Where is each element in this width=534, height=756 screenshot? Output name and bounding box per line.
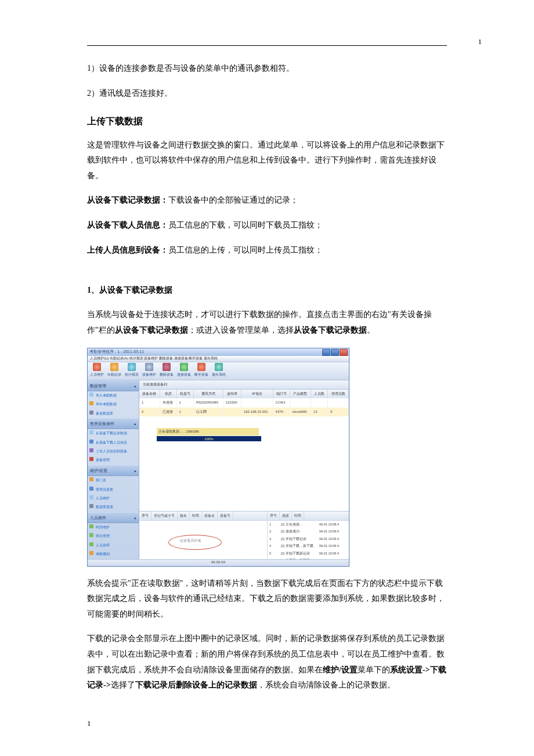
chevron-icon: ▴ xyxy=(134,467,136,474)
records-col: 登记号或卡号 xyxy=(151,512,178,520)
table-cell: 1 xyxy=(176,398,193,407)
paragraph-5: 系统会提示"正在读取数据"，这时请稍等片刻，当数据下载完成后在页面右下方的状态栏… xyxy=(87,576,447,622)
sidebar-group-header[interactable]: 有关设备操作▴ xyxy=(88,418,139,429)
toolbar-button[interactable]: 退出系统 xyxy=(212,363,226,378)
bullet-1-text: 下载设备中的全部验证通过的记录； xyxy=(168,196,298,204)
log-col: 时间 xyxy=(292,512,304,520)
toolbar-label: 断开设备 xyxy=(194,372,208,378)
toolbar-icon xyxy=(145,363,153,371)
window-titlebar: 考勤管理程序 - 1 - 2011-05-11 xyxy=(88,348,349,356)
window-close-button[interactable] xyxy=(340,349,348,356)
bullet-1-label: 从设备下载记录数据： xyxy=(87,196,168,204)
toolbar-button[interactable]: 出勤记录 xyxy=(107,363,121,378)
paragraph-1: 1）设备的连接参数是否与设备的菜单中的通讯参数相符。 xyxy=(87,61,447,77)
sidebar-item-icon xyxy=(89,411,93,415)
sidebar-item-icon xyxy=(89,533,93,537)
records-panel: 序号登记号或卡号姓名时间设备名设备号 记录显示区域 xyxy=(139,512,268,559)
sidebar-item[interactable]: 管理员设置 xyxy=(88,485,139,494)
p4-bold-2: 从设备下载记录数据 xyxy=(294,326,367,334)
sidebar-item[interactable]: 导出考勤数据 xyxy=(88,400,139,409)
table-header: 端口号 xyxy=(273,390,290,398)
sidebar-group-title: 数据管理 xyxy=(90,382,106,390)
sidebar-item-icon xyxy=(89,504,93,508)
table-header: 人员数 xyxy=(311,390,328,398)
sidebar-item[interactable]: 从设备下载记录数据 xyxy=(88,429,139,438)
sidebar-item[interactable]: 备份数据库 xyxy=(88,409,139,418)
toolbar-label: 删除设备 xyxy=(160,372,174,378)
toolbar-button[interactable]: 删除设备 xyxy=(160,363,174,378)
toolbar-label: 设备维护 xyxy=(142,372,156,378)
toolbar-button[interactable]: 断开设备 xyxy=(194,363,208,378)
page-number-bottom: 1 xyxy=(87,717,447,731)
paragraph-4: 当系统与设备处于连接状态时，才可以进行下载数据的操作。直接点击主界面的右边"有关… xyxy=(87,307,447,338)
window-title: 考勤管理程序 - 1 - 2011-05-11 xyxy=(89,348,144,355)
table-cell: 115200 xyxy=(223,398,241,407)
sidebar-item-icon xyxy=(89,448,93,452)
table-row[interactable]: 1未连接1RS232/RS485115200COM1 xyxy=(139,398,349,407)
sidebar-item[interactable]: 部门表 xyxy=(88,476,139,485)
table-header: 波特率 xyxy=(223,390,241,398)
sidebar-item-icon xyxy=(89,487,93,491)
sidebar-item-icon xyxy=(89,551,93,555)
toolbar-label: 退出系统 xyxy=(212,372,226,378)
toolbar-icon xyxy=(163,363,171,371)
bullet-3-text: 员工信息的上传，可以同时上传员工指纹； xyxy=(168,246,323,254)
table-header: 状态 xyxy=(160,390,176,398)
toolbar-icon xyxy=(180,363,188,371)
table-cell: 以太网 xyxy=(193,408,223,416)
toolbar-icon xyxy=(110,363,118,371)
sidebar-item[interactable]: 人员排班 xyxy=(88,541,139,550)
heading-upload-download: 上传下载数据 xyxy=(87,113,447,130)
main-tab[interactable]: 当前连接设备列 xyxy=(139,380,349,390)
table-row[interactable]: 2已连接1以太网192.168.10.2014370iclock600110 xyxy=(139,408,349,416)
log-col: 序号 xyxy=(268,512,280,520)
device-table: 设备名称状态机器号通讯方式波特率IP地址端口号产品类型人员数管理员数 1未连接1… xyxy=(139,390,349,416)
toolbar-label: 人员维护 xyxy=(90,372,104,378)
sidebar-item[interactable]: 人员维护 xyxy=(88,494,139,503)
toolbar: 人员维护出勤记录统计报表设备维护删除设备连接设备断开设备退出系统 xyxy=(88,362,349,380)
toolbar-label: 出勤记录 xyxy=(107,372,121,378)
table-header: 机器号 xyxy=(176,390,193,398)
p6-b: 菜单下的 xyxy=(358,665,390,674)
sidebar: 数据管理▴导入考勤数据导出考勤数据备份数据库有关设备操作▴从设备下载记录数据从设… xyxy=(88,380,139,559)
sidebar-item[interactable]: 上传人员信息到设备 xyxy=(88,447,139,456)
sidebar-item[interactable]: 时段维护 xyxy=(88,523,139,532)
toolbar-icon xyxy=(128,363,136,371)
window-min-button[interactable] xyxy=(322,349,330,356)
p4-c: 。 xyxy=(367,326,375,334)
paragraph-6: 下载的记录会全部显示在上图中圈中的记录区域。同时，新的记录数据将保存到系统的员工… xyxy=(87,631,447,693)
heading-section-1: 1、从设备下载记录数据 xyxy=(87,283,447,298)
sidebar-group-header[interactable]: 人员操作▴ xyxy=(88,512,139,523)
sidebar-item[interactable]: 考勤规则 xyxy=(88,550,139,559)
sidebar-group-header[interactable]: 数据管理▴ xyxy=(88,380,139,391)
sidebar-item-icon xyxy=(89,430,93,434)
p6-c: 选择了 xyxy=(111,681,135,689)
sidebar-item[interactable]: 设备管理 xyxy=(88,456,139,465)
bullet-download-personnel: 从设备下载人员信息：员工信息的下载，可以同时下载员工指纹； xyxy=(87,218,447,233)
table-cell: COM1 xyxy=(273,398,290,407)
p6-d: ，系统会自动清除设备上的记录数据。 xyxy=(257,681,395,689)
toolbar-button[interactable]: 统计报表 xyxy=(125,363,139,378)
sidebar-group-header[interactable]: 维护/设置▴ xyxy=(88,465,139,476)
sidebar-item[interactable]: 班次管理 xyxy=(88,532,139,541)
screenshot-app-window: 考勤管理程序 - 1 - 2011-05-11 人员维护(U) 出勤记录(A) … xyxy=(87,348,349,567)
window-max-button[interactable] xyxy=(331,349,339,356)
table-cell: 0 xyxy=(328,408,349,416)
toolbar-button[interactable]: 设备维护 xyxy=(142,363,156,378)
sidebar-item[interactable]: 导入考勤数据 xyxy=(88,391,139,400)
records-col: 时间 xyxy=(190,512,202,520)
sidebar-group-title: 人员操作 xyxy=(90,514,106,521)
callout-text: 记录显示区域 xyxy=(180,538,201,544)
sidebar-item[interactable]: 数据库设置 xyxy=(88,503,139,512)
sidebar-item-icon xyxy=(89,440,93,444)
toolbar-button[interactable]: 连接设备 xyxy=(177,363,191,378)
sidebar-item-icon xyxy=(89,401,93,405)
table-cell xyxy=(290,398,311,407)
table-cell: 192.168.10.201 xyxy=(241,408,273,416)
toolbar-button[interactable]: 人员维护 xyxy=(90,363,104,378)
table-cell: iclock600 xyxy=(290,408,311,416)
sidebar-item[interactable]: 从设备下载人员信息 xyxy=(88,438,139,447)
bottom-panels: 序号登记号或卡号姓名时间设备名设备号 记录显示区域 序号描述时间 1[2] 正在… xyxy=(139,511,349,559)
sidebar-item-icon xyxy=(89,477,93,481)
log-row: 5[2] 开始下载新记录06-01 10:09:4 xyxy=(268,550,349,557)
